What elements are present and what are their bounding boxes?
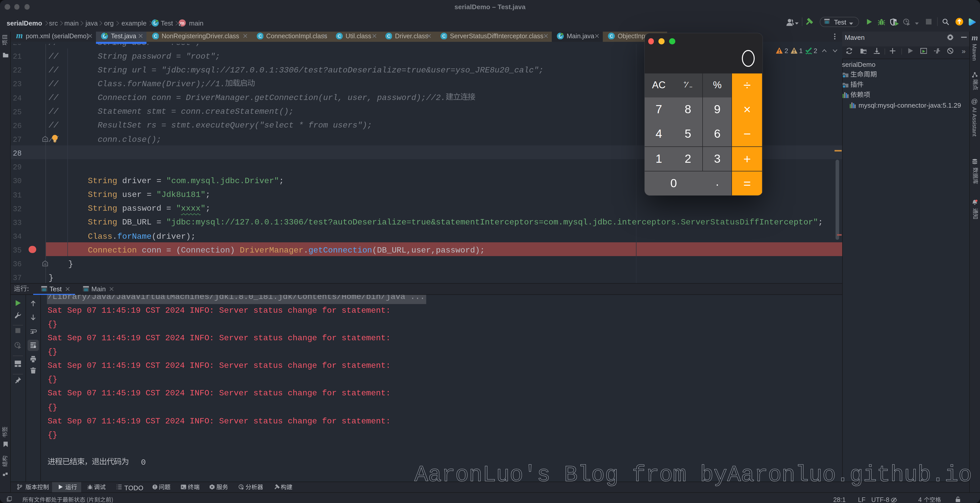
svg-text:C: C	[154, 33, 157, 38]
svg-text:C: C	[387, 33, 390, 38]
svg-text:C: C	[258, 33, 262, 38]
svg-text:−: −	[689, 84, 692, 90]
svg-text:C: C	[338, 33, 341, 38]
svg-text:C: C	[442, 33, 445, 38]
svg-text:C: C	[610, 33, 613, 38]
